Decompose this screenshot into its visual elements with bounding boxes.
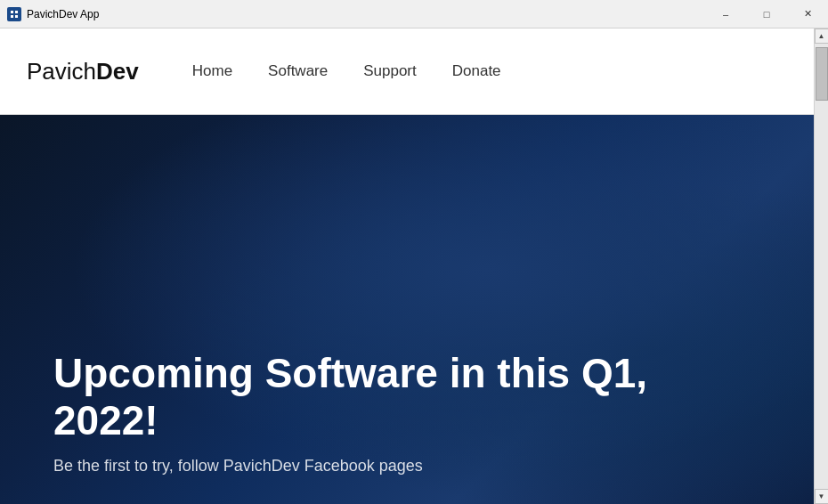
scrollbar-track[interactable] xyxy=(815,44,829,489)
svg-rect-0 xyxy=(11,11,13,13)
nav-header: PavichDev Home Software Support Donate xyxy=(0,28,814,115)
svg-rect-1 xyxy=(15,11,18,13)
close-button[interactable]: ✕ xyxy=(787,0,828,28)
scrollbar-thumb[interactable] xyxy=(816,47,828,101)
svg-rect-3 xyxy=(15,15,18,18)
maximize-button[interactable]: □ xyxy=(746,0,787,28)
nav-links: Home Software Support Donate xyxy=(192,62,501,80)
logo-light: Pavich xyxy=(27,58,96,85)
nav-item-software[interactable]: Software xyxy=(268,62,328,80)
logo-bold: Dev xyxy=(96,58,139,85)
window-title-text: PavichDev App xyxy=(27,8,99,20)
hero-section: Upcoming Software in this Q1, 2022! Be t… xyxy=(0,115,814,504)
hero-subtitle: Be the first to try, follow PavichDev Fa… xyxy=(53,455,760,477)
main-content: PavichDev Home Software Support Donate U… xyxy=(0,28,814,504)
svg-rect-2 xyxy=(11,15,13,18)
nav-item-support[interactable]: Support xyxy=(363,62,417,80)
window-titlebar: PavichDev App – □ ✕ xyxy=(0,0,828,28)
scrollbar-arrow-up[interactable]: ▲ xyxy=(815,28,829,44)
nav-item-donate[interactable]: Donate xyxy=(452,62,501,80)
browser-area: PavichDev Home Software Support Donate U… xyxy=(0,28,828,504)
window-controls: – □ ✕ xyxy=(705,0,828,28)
nav-item-home[interactable]: Home xyxy=(192,62,232,80)
scrollbar[interactable]: ▲ ▼ xyxy=(814,28,828,504)
hero-title: Upcoming Software in this Q1, 2022! xyxy=(53,350,760,444)
minimize-button[interactable]: – xyxy=(705,0,746,28)
logo[interactable]: PavichDev xyxy=(27,58,139,85)
window-title-area: PavichDev App xyxy=(7,7,99,21)
scrollbar-arrow-down[interactable]: ▼ xyxy=(815,489,829,504)
app-icon xyxy=(7,7,21,21)
hero-content: Upcoming Software in this Q1, 2022! Be t… xyxy=(53,350,760,477)
